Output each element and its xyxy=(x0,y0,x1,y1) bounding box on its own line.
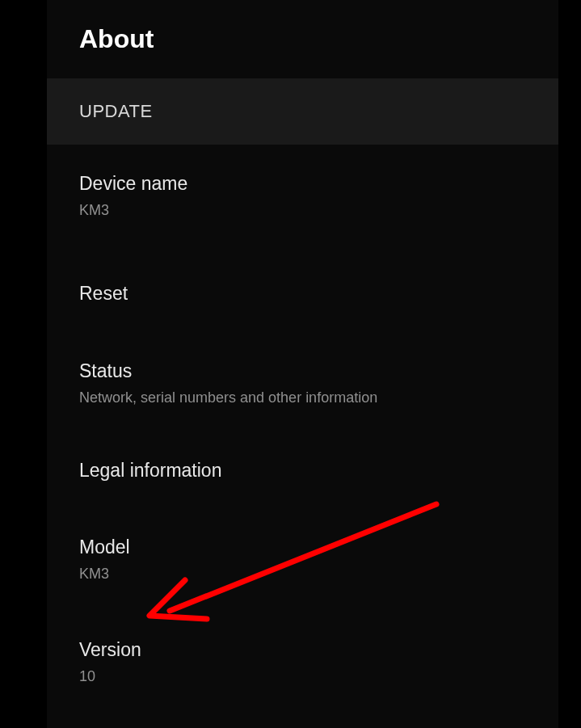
model-value: KM3 xyxy=(79,565,558,583)
list-item-version[interactable]: Version 10 xyxy=(47,619,558,705)
model-title: Model xyxy=(79,534,558,560)
list-item-security-patch[interactable]: Android security patch level 5 April 202… xyxy=(47,722,558,728)
version-value: 10 xyxy=(79,667,558,686)
status-subtitle: Network, serial numbers and other inform… xyxy=(79,389,558,407)
status-title: Status xyxy=(79,358,558,384)
device-name-value: KM3 xyxy=(79,201,558,220)
reset-title: Reset xyxy=(79,280,558,306)
version-title: Version xyxy=(79,637,558,663)
legal-title: Legal information xyxy=(79,457,558,483)
list-item-device-name[interactable]: Device name KM3 xyxy=(47,153,558,238)
list-item-model[interactable]: Model KM3 xyxy=(47,516,558,602)
page-header: About xyxy=(47,0,558,78)
device-name-title: Device name xyxy=(79,170,558,196)
list-item-reset[interactable]: Reset xyxy=(47,263,558,324)
list-item-legal[interactable]: Legal information xyxy=(47,440,558,501)
about-settings-panel: About UPDATE Device name KM3 Reset Statu… xyxy=(47,0,558,728)
page-title: About xyxy=(79,24,558,54)
section-header-label: UPDATE xyxy=(79,101,153,121)
list-item-status[interactable]: Status Network, serial numbers and other… xyxy=(47,340,558,426)
section-header-update[interactable]: UPDATE xyxy=(47,78,558,145)
